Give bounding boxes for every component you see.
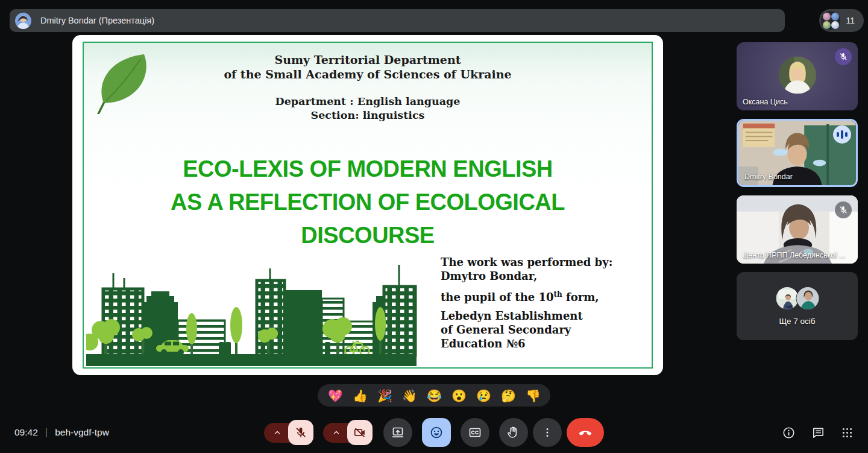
presentation-stage[interactable]: Sumy Territorial Department of the Small… [72,35,663,375]
participant-avatar [779,56,816,93]
participant-tile-dmitry[interactable]: Dmitry Bondar [737,119,858,187]
school-line-1: Lebedyn Establishment [441,309,583,322]
end-call-button[interactable] [567,418,604,447]
panel-buttons [782,412,854,453]
participant-name: Оксана Цись [743,98,788,106]
meta-divider: | [45,426,48,439]
meeting-meta: 09:42 | beh-vgdf-tpw [14,412,109,453]
activities-button[interactable] [841,426,854,439]
presentation-title-pill[interactable]: Dmitry Bondar (Презентація) [10,9,785,32]
chat-button[interactable] [811,426,825,440]
mic-toggle-button[interactable] [288,420,313,445]
clock-time: 09:42 [14,427,38,438]
participant-avatar-cluster [821,11,840,30]
overflow-avatar-group [775,287,819,310]
reaction-heart[interactable]: 💖 [328,390,342,402]
reaction-thinking[interactable]: 🤔 [501,390,515,402]
participant-name: Dmitry Bondar [744,173,793,181]
reaction-cry[interactable]: 😢 [476,390,491,402]
audio-level-icon [833,125,851,144]
mic-button-group[interactable] [264,420,313,445]
captions-icon [468,425,482,440]
camera-button-group[interactable] [323,420,373,445]
credit-line-2: Dmytro Bondar, [441,270,537,282]
present-screen-button[interactable] [383,418,412,447]
smiley-icon [429,425,444,440]
title-line-2: AS A REFLECTION OF ECOLOGICAL [84,186,652,219]
call-controls [264,418,604,447]
more-vertical-icon [541,426,553,439]
chevron-up-icon [332,428,341,437]
slide-main-title: ECO-LEXIS OF MODERN ENGLISH AS A REFLECT… [84,153,652,252]
slide-credits: The work was performed by: Dmytro Bondar… [441,255,634,350]
pupil-line-end: form, [562,291,599,303]
reaction-wave[interactable]: 👋 [402,390,417,402]
reaction-laugh[interactable]: 😂 [427,390,441,402]
org-line-1: Sumy Territorial Department [84,52,652,67]
pupil-line: the pupil of the 10 [441,291,554,303]
org-line-2: of the Small Academy of Sciences of Ukra… [84,67,652,81]
mic-off-icon [835,201,852,218]
overflow-count-label: Ще 7 осіб [779,317,815,326]
reaction-thumbs-up[interactable]: 👍 [353,390,367,402]
slide: Sumy Territorial Department of the Small… [83,42,653,369]
chat-icon [811,426,825,440]
meeting-code: beh-vgdf-tpw [55,427,109,438]
participant-count: 11 [846,16,855,25]
participant-tile-center[interactable]: Центр ПРПП Лебединської ... [737,195,858,264]
presenter-avatar-image [15,13,31,29]
raised-hand-icon [506,425,521,440]
department-line: Department : English language [84,95,652,109]
participant-tile-overflow[interactable]: Ще 7 осіб [737,272,858,340]
reactions-toggle-button[interactable] [422,418,451,447]
camera-toggle-button[interactable] [347,420,373,445]
grid-dots-icon [841,426,854,439]
reaction-party[interactable]: 🎉 [377,390,392,402]
more-options-button[interactable] [533,418,562,447]
reaction-surprised[interactable]: 😮 [451,390,466,402]
hang-up-icon [577,425,593,440]
captions-button[interactable] [461,418,489,447]
meeting-details-button[interactable] [782,426,796,440]
section-line: Section: linguistics [84,109,652,122]
participant-count-pill[interactable]: 11 [819,9,864,32]
participant-name: Центр ПРПП Лебединської ... [743,251,846,259]
green-city-illustration [86,265,419,366]
avatar [796,287,819,310]
reaction-thumbs-down[interactable]: 👎 [526,390,540,402]
credit-line-1: The work was performed by: [441,256,612,268]
participant-tile-oksana[interactable]: Оксана Цись [737,42,858,110]
slide-organization: Sumy Territorial Department of the Small… [84,52,652,81]
mic-off-icon [835,48,852,65]
school-line-2: of General Secondary [441,323,571,336]
mic-off-icon [294,426,307,439]
presentation-title: Dmitry Bondar (Презентація) [40,16,154,25]
pupil-sup: th [554,290,562,299]
raise-hand-button[interactable] [499,418,528,447]
info-icon [782,426,796,440]
present-screen-icon [391,425,405,440]
camera-off-icon [353,426,366,439]
bottom-bar: 09:42 | beh-vgdf-tpw [0,412,868,453]
school-line-3: Education №6 [441,337,526,350]
avatar [15,13,31,29]
chevron-up-icon [273,428,281,437]
title-line-3: DISCOURSE [84,219,652,252]
title-line-1: ECO-LEXIS OF MODERN ENGLISH [84,153,652,186]
slide-department: Department : English language Section: l… [84,95,652,122]
reactions-bar: 💖 👍 🎉 👋 😂 😮 😢 🤔 👎 [318,384,550,407]
